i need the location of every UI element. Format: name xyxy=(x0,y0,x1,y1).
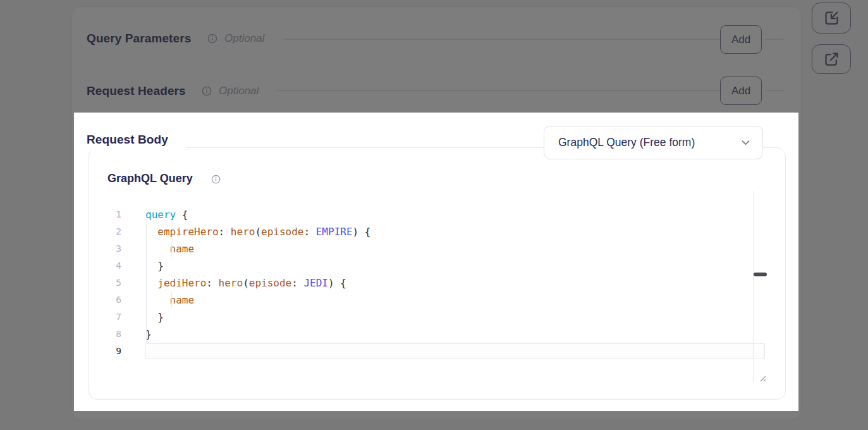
editor-gutter: 123456789 xyxy=(101,206,121,360)
code-line[interactable] xyxy=(145,343,370,360)
line-number: 4 xyxy=(101,257,121,274)
external-link-icon xyxy=(823,51,840,68)
add-button-label: Add xyxy=(731,34,750,46)
body-type-select-value: GraphQL Query (Free form) xyxy=(558,136,695,149)
code-token-punctuation: : xyxy=(303,226,315,238)
open-external-button[interactable] xyxy=(812,44,851,74)
info-icon[interactable] xyxy=(211,175,221,184)
add-button-label: Add xyxy=(731,85,750,97)
code-token-punctuation: } xyxy=(145,311,164,323)
code-line[interactable]: name xyxy=(145,240,370,257)
code-token-punctuation: : xyxy=(219,226,231,238)
code-token-punctuation xyxy=(145,277,157,289)
code-token-punctuation xyxy=(145,243,170,255)
editor-right-border xyxy=(753,191,754,383)
code-line[interactable]: query { xyxy=(145,206,370,223)
code-token-field: hero xyxy=(219,277,243,289)
collapse-icon xyxy=(823,9,840,27)
code-line[interactable]: } xyxy=(145,326,370,343)
code-line[interactable]: jediHero: hero(episode: JEDI) { xyxy=(145,274,370,292)
divider xyxy=(766,39,784,40)
indent-guide xyxy=(171,241,172,257)
line-number: 3 xyxy=(101,240,121,257)
code-line[interactable]: name xyxy=(145,292,370,309)
line-number: 5 xyxy=(101,274,121,292)
editor-scrollbar-thumb[interactable] xyxy=(754,273,767,276)
add-request-header-button[interactable]: Add xyxy=(720,77,762,105)
code-token-keyword: query xyxy=(145,209,176,221)
code-token-field: hero xyxy=(231,226,255,238)
code-line[interactable]: } xyxy=(145,309,370,326)
code-line[interactable]: } xyxy=(145,257,370,274)
code-line[interactable]: empireHero: hero(episode: EMPIRE) { xyxy=(145,223,370,240)
request-body-label: Request Body xyxy=(87,132,168,147)
code-token-field: episode xyxy=(249,277,291,289)
code-token-field: name xyxy=(170,243,195,255)
divider xyxy=(284,39,720,40)
code-token-punctuation: { xyxy=(176,209,188,221)
code-token-punctuation: ( xyxy=(243,277,249,289)
code-token-field: episode xyxy=(261,226,303,238)
collapse-editor-button[interactable] xyxy=(812,3,851,34)
code-token-punctuation: } xyxy=(145,260,164,272)
code-token-punctuation: ) { xyxy=(328,277,346,289)
chevron-down-icon xyxy=(740,137,751,148)
query-parameters-label: Query Parameters xyxy=(87,31,191,46)
page: Query Parameters Optional Add Request He… xyxy=(0,0,868,430)
code-token-punctuation: : xyxy=(291,277,303,289)
line-number: 7 xyxy=(101,309,121,326)
body-type-select[interactable]: GraphQL Query (Free form) xyxy=(544,126,763,159)
code-token-field: name xyxy=(170,294,195,306)
line-number: 6 xyxy=(101,292,121,309)
line-number: 1 xyxy=(101,206,121,223)
resize-grip-icon[interactable] xyxy=(757,373,766,382)
editor-lines: query { empireHero: hero(episode: EMPIRE… xyxy=(145,206,370,360)
indent-guide xyxy=(171,292,172,308)
code-token-field: empireHero xyxy=(157,226,218,238)
info-icon[interactable] xyxy=(202,86,212,96)
code-token-punctuation: ) { xyxy=(353,226,371,238)
code-token-punctuation: : xyxy=(206,277,218,289)
optional-badge: Optional xyxy=(219,84,259,98)
line-number: 9 xyxy=(101,343,121,360)
code-token-enum_value: JEDI xyxy=(303,277,328,289)
request-headers-label: Request Headers xyxy=(87,83,186,99)
request-body-legend: Request Body xyxy=(82,129,186,150)
graphql-query-label: GraphQL Query xyxy=(107,171,193,185)
code-token-punctuation xyxy=(145,226,157,238)
code-token-punctuation xyxy=(145,294,170,306)
divider xyxy=(277,90,720,91)
indent-guide xyxy=(146,224,147,343)
code-token-punctuation: ( xyxy=(255,226,261,238)
line-number: 2 xyxy=(101,223,121,240)
code-token-field: jediHero xyxy=(157,277,206,289)
info-icon[interactable] xyxy=(207,34,217,44)
line-number: 8 xyxy=(101,326,121,343)
divider xyxy=(766,90,784,91)
add-query-parameter-button[interactable]: Add xyxy=(720,25,762,54)
optional-badge: Optional xyxy=(224,32,264,46)
code-token-enum_value: EMPIRE xyxy=(316,226,353,238)
